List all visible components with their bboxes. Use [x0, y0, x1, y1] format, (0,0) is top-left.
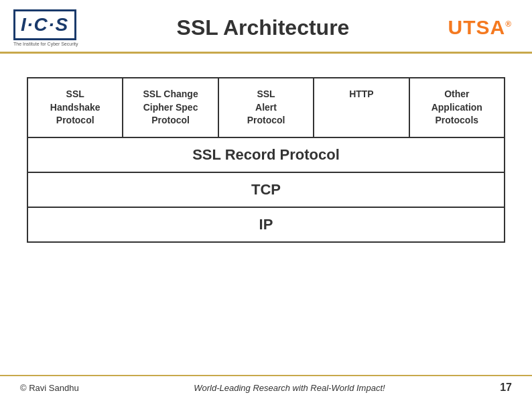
- main-content: SSLHandshakeProtocol SSL ChangeCipher Sp…: [0, 54, 532, 249]
- ics-logo: I·C·S The Institute for Cyber Security: [13, 9, 78, 46]
- ssl-record-layer: SSL Record Protocol: [28, 138, 504, 173]
- utsa-text: UTSA: [448, 16, 505, 38]
- ics-logo-area: I·C·S The Institute for Cyber Security: [13, 9, 78, 46]
- footer-page-number: 17: [500, 382, 512, 394]
- ssl-alert-cell: SSLAlertProtocol: [219, 78, 314, 137]
- top-protocols-row: SSLHandshakeProtocol SSL ChangeCipher Sp…: [28, 78, 504, 138]
- footer-tagline: World-Leading Research with Real-World I…: [92, 383, 487, 393]
- page-title: SSL Architecture: [78, 15, 448, 40]
- utsa-logo: UTSA®: [448, 16, 512, 39]
- utsa-registered: ®: [505, 19, 512, 29]
- ssl-cipher-cell: SSL ChangeCipher SpecProtocol: [123, 78, 218, 137]
- http-cell: HTTP: [314, 78, 409, 137]
- ssl-handshake-cell: SSLHandshakeProtocol: [28, 78, 123, 137]
- ics-logo-text: I·C·S: [13, 9, 76, 40]
- footer-copyright: © Ravi Sandhu: [20, 383, 79, 393]
- ics-subtitle: The Institute for Cyber Security: [13, 42, 78, 46]
- protocol-diagram: SSLHandshakeProtocol SSL ChangeCipher Sp…: [27, 77, 505, 243]
- tcp-layer: TCP: [28, 173, 504, 208]
- utsa-logo-text: UTSA®: [448, 16, 512, 38]
- other-protocols-cell: OtherApplicationProtocols: [410, 78, 504, 137]
- header: I·C·S The Institute for Cyber Security S…: [0, 0, 532, 54]
- footer: © Ravi Sandhu World-Leading Research wit…: [0, 375, 532, 399]
- ip-layer: IP: [28, 208, 504, 241]
